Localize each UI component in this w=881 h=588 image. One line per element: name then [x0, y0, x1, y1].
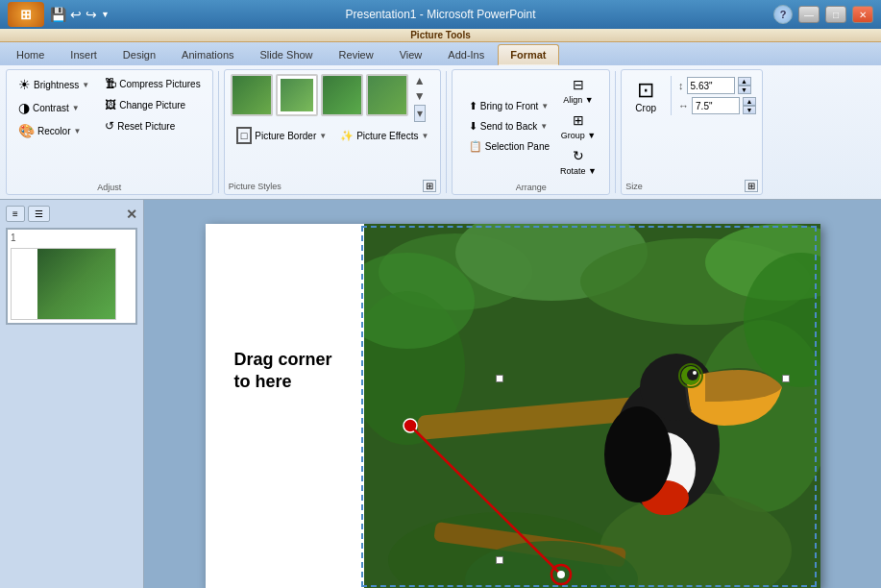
main-area: ≡ ☰ ✕ 1: [0, 200, 881, 588]
rotate-button[interactable]: ↻ Rotate ▼: [557, 145, 600, 179]
canvas-area: Drag corner to here: [144, 200, 881, 588]
office-button[interactable]: ⊞: [8, 2, 44, 27]
size-inputs: ↕ ▲ ▼ ↔ ▲ ▼: [678, 77, 756, 114]
width-input[interactable]: [692, 97, 740, 114]
redo-icon[interactable]: ↪: [86, 7, 97, 22]
picture-border-button[interactable]: □ Picture Border ▼: [231, 124, 333, 147]
adjust-group-content: ☀ Brightness ▼ ◑ Contrast ▼ 🎨 Recolor: [12, 74, 207, 155]
height-up-button[interactable]: ▲: [738, 77, 751, 86]
contrast-dropdown-icon: ▼: [72, 104, 80, 112]
tab-slideshow[interactable]: Slide Show: [248, 44, 326, 65]
save-icon[interactable]: 💾: [50, 7, 66, 22]
styles-up-icon[interactable]: ▲: [414, 74, 426, 87]
panel-close-button[interactable]: ✕: [126, 207, 137, 222]
close-button[interactable]: ✕: [852, 6, 873, 23]
ribbon: Picture Tools Home Insert Design Animati…: [0, 29, 881, 200]
size-group-content: ⊡ Crop ↕ ▲ ▼ ↔: [627, 74, 756, 131]
align-button[interactable]: ⊟ Align ▼: [557, 74, 600, 108]
rotate-icon: ↻: [573, 148, 584, 163]
style-thumbnails: [231, 74, 408, 116]
compress-button[interactable]: 🗜 Compress Pictures: [99, 74, 206, 93]
styles-expand-icon[interactable]: ▾: [414, 105, 426, 122]
maximize-button[interactable]: □: [825, 6, 846, 23]
picture-effects-dropdown-icon: ▼: [421, 132, 428, 140]
style-thumb-1[interactable]: [231, 74, 273, 116]
minimize-button[interactable]: —: [798, 6, 820, 23]
window-title: Presentation1 - Microsoft PowerPoint: [345, 8, 535, 21]
change-picture-button[interactable]: 🖼 Change Picture: [99, 95, 206, 114]
svg-point-16: [687, 369, 698, 380]
handle-mid-left[interactable]: [496, 556, 503, 564]
title-bar-left: ⊞ 💾 ↩ ↪ ▼: [8, 2, 110, 27]
recolor-button[interactable]: 🎨 Recolor ▼: [12, 120, 95, 141]
slide-panel: ≡ ☰ ✕ 1: [0, 200, 144, 588]
recolor-dropdown-icon: ▼: [73, 127, 81, 135]
tab-format[interactable]: Format: [498, 44, 558, 65]
tab-review[interactable]: Review: [327, 44, 386, 65]
send-to-back-button[interactable]: ⬇ Send to Back ▼: [463, 117, 555, 135]
picture-tools-bar: Picture Tools: [0, 29, 881, 42]
picture-border-dropdown-icon: ▼: [319, 132, 327, 140]
slide-image[interactable]: [359, 224, 820, 588]
tab-insert[interactable]: Insert: [58, 44, 110, 65]
tab-design[interactable]: Design: [110, 44, 168, 65]
slides-tab[interactable]: ≡: [6, 206, 25, 222]
bring-to-front-button[interactable]: ⬆ Bring to Front ▼: [463, 97, 555, 115]
ribbon-content: ☀ Brightness ▼ ◑ Contrast ▼ 🎨 Recolor: [0, 65, 881, 199]
height-down-button[interactable]: ▼: [738, 86, 751, 94]
sep1: [218, 71, 219, 193]
slide-canvas: Drag corner to here: [206, 224, 820, 588]
width-row: ↔ ▲ ▼: [678, 97, 756, 114]
ribbon-tabs: Home Insert Design Animations Slide Show…: [0, 42, 881, 65]
styles-down-icon[interactable]: ▼: [414, 89, 426, 103]
size-expand-icon[interactable]: ⊞: [745, 180, 758, 192]
selection-pane-button[interactable]: 📋 Selection Pane: [463, 137, 555, 156]
sep3: [615, 71, 616, 193]
help-button[interactable]: ?: [773, 5, 793, 24]
arrange-label: Arrange: [453, 183, 609, 192]
title-bar: ⊞ 💾 ↩ ↪ ▼ Presentation1 - Microsoft Powe…: [0, 0, 881, 29]
picture-styles-label: Picture Styles: [229, 182, 281, 191]
handle-top-center[interactable]: [782, 375, 790, 382]
handle-top-left[interactable]: [496, 375, 503, 382]
style-thumb-3[interactable]: [321, 74, 363, 116]
svg-point-17: [693, 371, 697, 375]
tab-home[interactable]: Home: [4, 44, 57, 65]
tab-view[interactable]: View: [387, 44, 435, 65]
sep-crop: [671, 76, 672, 115]
panel-header: ≡ ☰ ✕: [6, 206, 137, 222]
height-row: ↕ ▲ ▼: [678, 77, 756, 94]
outline-tab[interactable]: ☰: [28, 206, 50, 222]
size-group: ⊡ Crop ↕ ▲ ▼ ↔: [621, 69, 763, 195]
crop-button[interactable]: ⊡ Crop: [627, 74, 664, 117]
size-label: Size: [625, 182, 643, 191]
sep2: [446, 71, 447, 193]
slide-number: 1: [11, 233, 16, 243]
svg-point-19: [604, 406, 672, 502]
drag-annotation-text: Drag corner to here: [234, 349, 332, 394]
style-thumb-2[interactable]: [276, 74, 318, 116]
tab-addins[interactable]: Add-Ins: [435, 44, 497, 65]
adjust-label: Adjust: [7, 183, 212, 192]
toucan-svg: [359, 224, 820, 588]
arrange-group-content: ⬆ Bring to Front ▼ ⬇ Send to Back ▼ 📋 Se…: [458, 74, 603, 192]
undo-icon[interactable]: ↩: [70, 7, 82, 22]
width-down-button[interactable]: ▼: [743, 106, 756, 114]
tab-animations[interactable]: Animations: [169, 44, 246, 65]
width-up-button[interactable]: ▲: [743, 97, 756, 106]
height-input[interactable]: [687, 77, 735, 94]
picture-effects-button[interactable]: ✨ Bring Picture Effects ▼: [334, 124, 434, 147]
style-thumb-4[interactable]: [366, 74, 408, 116]
picture-styles-group: ▲ ▼ ▾ □ Picture Border ▼ ✨ Bring Picture…: [224, 69, 442, 195]
adjust-group: ☀ Brightness ▼ ◑ Contrast ▼ 🎨 Recolor: [6, 69, 213, 195]
group-button[interactable]: ⊞ Group ▼: [557, 110, 600, 143]
brightness-button[interactable]: ☀ Brightness ▼: [12, 74, 95, 95]
reset-picture-button[interactable]: ↺ Reset Picture: [99, 116, 206, 135]
dropdown-icon[interactable]: ▼: [101, 10, 110, 19]
slide-thumbnail[interactable]: [11, 248, 116, 320]
picture-tools-label: Picture Tools: [410, 30, 471, 40]
arrange-group: ⬆ Bring to Front ▼ ⬇ Send to Back ▼ 📋 Se…: [452, 69, 610, 195]
contrast-button[interactable]: ◑ Contrast ▼: [12, 97, 95, 118]
picture-styles-expand-icon[interactable]: ⊞: [423, 180, 436, 192]
quick-access-toolbar: 💾 ↩ ↪ ▼: [50, 7, 110, 22]
